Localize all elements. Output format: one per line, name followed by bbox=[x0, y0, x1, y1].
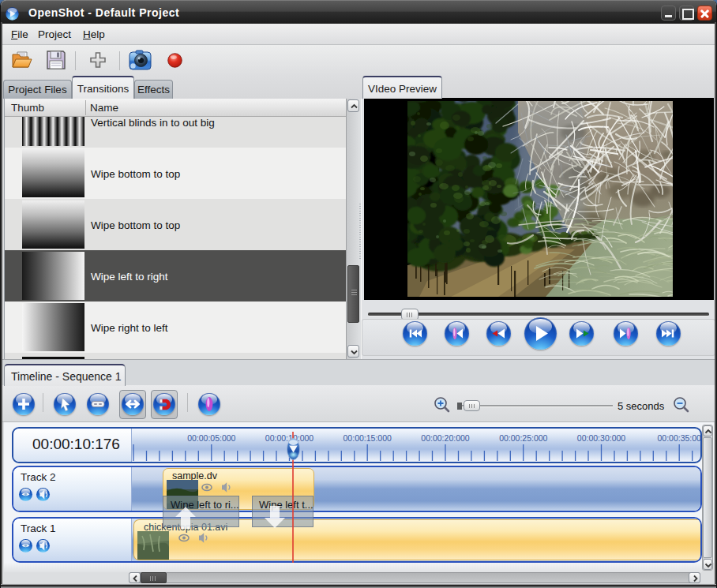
svg-text:00:00:05:000: 00:00:05:000 bbox=[187, 433, 235, 443]
svg-text:00:00:25:000: 00:00:25:000 bbox=[499, 433, 547, 443]
svg-text:00:00:15:000: 00:00:15:000 bbox=[343, 433, 392, 443]
svg-text:00:00:35:00: 00:00:35:00 bbox=[657, 433, 701, 443]
svg-text:00:00:30:000: 00:00:30:000 bbox=[577, 433, 625, 443]
svg-text:00:00:20:000: 00:00:20:000 bbox=[421, 433, 469, 443]
